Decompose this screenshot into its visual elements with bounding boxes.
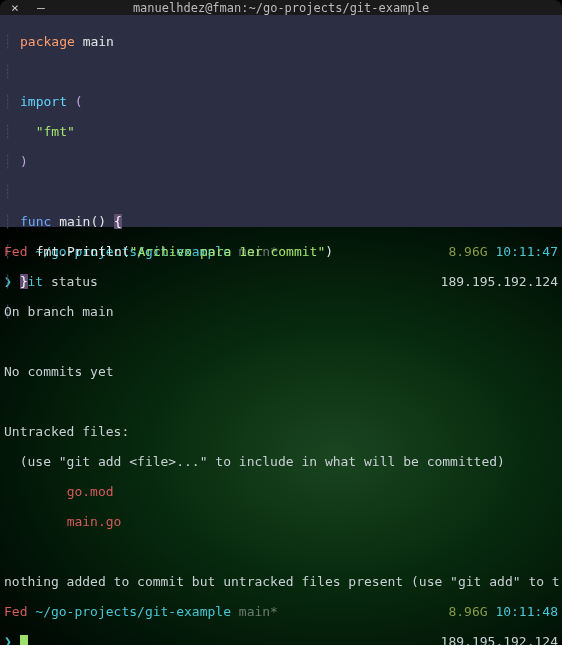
- prompt-branch: main*: [239, 604, 278, 619]
- prompt-host: Fed: [4, 604, 27, 619]
- output-line: No commits yet: [4, 364, 558, 379]
- output-line: (use "git add <file>..." to include in w…: [4, 454, 558, 469]
- untracked-file: main.go: [67, 514, 122, 529]
- output-line: Untracked files:: [4, 424, 558, 439]
- output-line: [4, 544, 558, 559]
- brace-close: }: [20, 274, 28, 289]
- keyword-func: func: [20, 214, 51, 229]
- output-line: [4, 394, 558, 409]
- call-println: fmt.Println(: [36, 244, 130, 259]
- brace-open: {: [114, 214, 122, 229]
- paren-close: ): [20, 154, 28, 169]
- string-fmt: "fmt": [36, 124, 75, 139]
- paren-close-call: ): [325, 244, 333, 259]
- titlebar[interactable]: × – manuelhdez@fman:~/go-projects/git-ex…: [0, 0, 562, 15]
- output-line: main.go: [4, 514, 558, 529]
- ident-func-main: main(): [59, 214, 106, 229]
- untracked-file: go.mod: [67, 484, 114, 499]
- prompt-path: ~/go-projects/git-example: [35, 604, 231, 619]
- terminal-window: × – manuelhdez@fman:~/go-projects/git-ex…: [0, 0, 562, 645]
- prompt-load: 8.96G: [448, 604, 487, 619]
- keyword-package: package: [20, 34, 75, 49]
- terminal-cursor: [20, 635, 28, 645]
- paren-open: (: [75, 94, 83, 109]
- window-title: manuelhdez@fman:~/go-projects/git-exampl…: [0, 1, 562, 15]
- editor-pane[interactable]: ┊package main ┊ ┊import ( ┊ "fmt" ┊) ┊ ┊…: [0, 15, 562, 227]
- output-line: nothing added to commit but untracked fi…: [4, 574, 558, 589]
- prompt-time: 10:11:48: [495, 604, 558, 619]
- string-literal: "Archivo para 1er commit": [130, 244, 326, 259]
- output-line: go.mod: [4, 484, 558, 499]
- keyword-import: import: [20, 94, 67, 109]
- prompt-ip: 189.195.192.124: [441, 634, 558, 645]
- prompt-symbol: ❯: [4, 634, 12, 645]
- command-line[interactable]: ❯ 189.195.192.124: [4, 634, 558, 645]
- prompt-line: Fed ~/go-projects/git-example main*8.96G…: [4, 604, 558, 619]
- ident-main: main: [83, 34, 114, 49]
